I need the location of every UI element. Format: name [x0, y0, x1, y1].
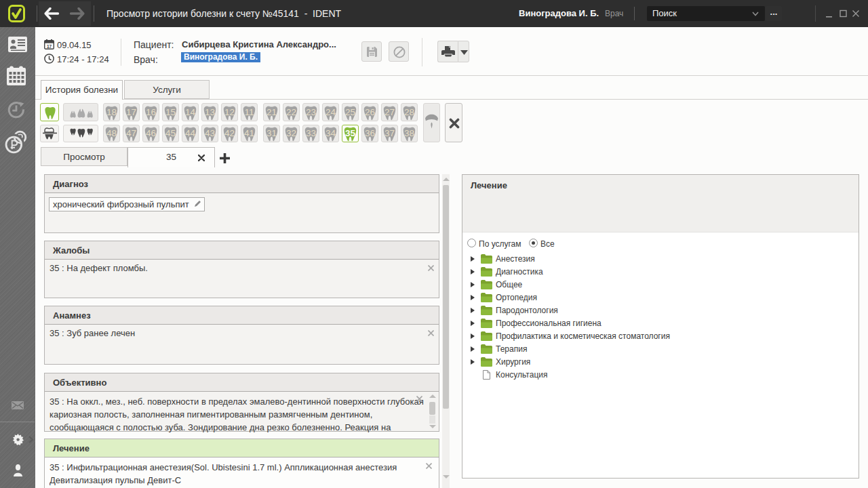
- svg-text:17: 17: [47, 44, 52, 49]
